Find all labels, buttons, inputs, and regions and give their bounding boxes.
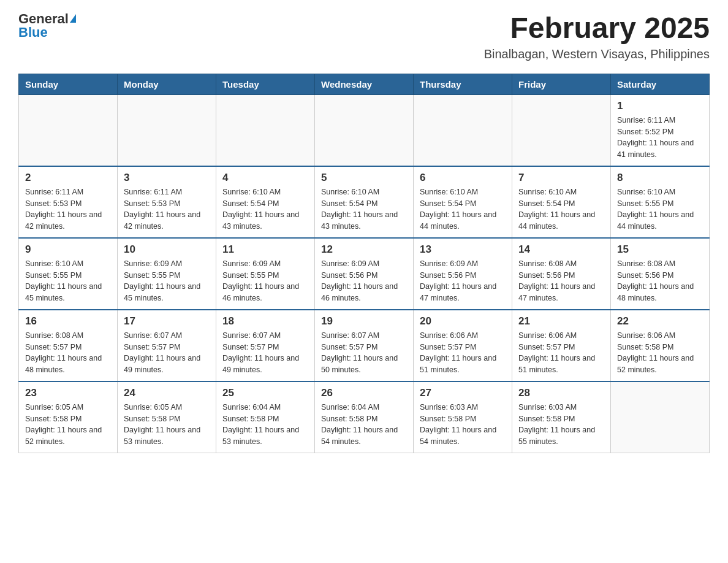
day-info: Sunrise: 6:11 AMSunset: 5:52 PMDaylight:… bbox=[617, 115, 703, 161]
calendar-cell: 13Sunrise: 6:09 AMSunset: 5:56 PMDayligh… bbox=[414, 238, 512, 310]
day-of-week-header: Monday bbox=[118, 74, 216, 94]
calendar-cell: 4Sunrise: 6:10 AMSunset: 5:54 PMDaylight… bbox=[216, 166, 315, 238]
day-info: Sunrise: 6:09 AMSunset: 5:55 PMDaylight:… bbox=[124, 258, 210, 304]
day-of-week-header: Thursday bbox=[414, 74, 512, 94]
day-number: 16 bbox=[25, 315, 111, 327]
page-header: General Blue February 2025 Binalbagan, W… bbox=[18, 12, 710, 61]
calendar-cell: 3Sunrise: 6:11 AMSunset: 5:53 PMDaylight… bbox=[118, 166, 216, 238]
calendar-cell: 23Sunrise: 6:05 AMSunset: 5:58 PMDayligh… bbox=[19, 381, 118, 453]
day-info: Sunrise: 6:10 AMSunset: 5:55 PMDaylight:… bbox=[25, 258, 111, 304]
day-info: Sunrise: 6:07 AMSunset: 5:57 PMDaylight:… bbox=[321, 330, 407, 376]
day-info: Sunrise: 6:03 AMSunset: 5:58 PMDaylight:… bbox=[420, 402, 506, 448]
day-number: 7 bbox=[518, 172, 604, 184]
day-number: 20 bbox=[420, 315, 506, 327]
day-number: 26 bbox=[321, 387, 407, 399]
calendar-cell bbox=[512, 94, 611, 166]
day-of-week-header: Tuesday bbox=[216, 74, 315, 94]
calendar-cell: 24Sunrise: 6:05 AMSunset: 5:58 PMDayligh… bbox=[118, 381, 216, 453]
calendar-cell: 15Sunrise: 6:08 AMSunset: 5:56 PMDayligh… bbox=[611, 238, 710, 310]
calendar-cell: 25Sunrise: 6:04 AMSunset: 5:58 PMDayligh… bbox=[216, 381, 315, 453]
day-info: Sunrise: 6:10 AMSunset: 5:54 PMDaylight:… bbox=[321, 186, 407, 232]
day-info: Sunrise: 6:05 AMSunset: 5:58 PMDaylight:… bbox=[124, 402, 210, 448]
calendar-cell bbox=[611, 381, 710, 453]
calendar-header-row: SundayMondayTuesdayWednesdayThursdayFrid… bbox=[19, 74, 710, 94]
day-info: Sunrise: 6:11 AMSunset: 5:53 PMDaylight:… bbox=[124, 186, 210, 232]
location-subtitle: Binalbagan, Western Visayas, Philippines bbox=[484, 47, 710, 61]
calendar-cell: 6Sunrise: 6:10 AMSunset: 5:54 PMDaylight… bbox=[414, 166, 512, 238]
calendar-cell: 12Sunrise: 6:09 AMSunset: 5:56 PMDayligh… bbox=[315, 238, 414, 310]
calendar-cell: 21Sunrise: 6:06 AMSunset: 5:57 PMDayligh… bbox=[512, 310, 611, 381]
day-number: 28 bbox=[518, 387, 604, 399]
calendar-cell: 28Sunrise: 6:03 AMSunset: 5:58 PMDayligh… bbox=[512, 381, 611, 453]
day-info: Sunrise: 6:04 AMSunset: 5:58 PMDaylight:… bbox=[321, 402, 407, 448]
calendar-cell bbox=[315, 94, 414, 166]
day-number: 14 bbox=[518, 243, 604, 256]
day-number: 27 bbox=[420, 387, 506, 399]
calendar-cell: 26Sunrise: 6:04 AMSunset: 5:58 PMDayligh… bbox=[315, 381, 414, 453]
day-number: 12 bbox=[321, 243, 407, 256]
day-info: Sunrise: 6:06 AMSunset: 5:57 PMDaylight:… bbox=[420, 330, 506, 376]
calendar-cell: 14Sunrise: 6:08 AMSunset: 5:56 PMDayligh… bbox=[512, 238, 611, 310]
calendar-cell bbox=[19, 94, 118, 166]
day-of-week-header: Wednesday bbox=[315, 74, 414, 94]
calendar-week-row: 16Sunrise: 6:08 AMSunset: 5:57 PMDayligh… bbox=[19, 310, 710, 381]
day-of-week-header: Friday bbox=[512, 74, 611, 94]
day-info: Sunrise: 6:07 AMSunset: 5:57 PMDaylight:… bbox=[222, 330, 308, 376]
calendar-cell: 10Sunrise: 6:09 AMSunset: 5:55 PMDayligh… bbox=[118, 238, 216, 310]
month-year-title: February 2025 bbox=[484, 12, 710, 45]
calendar-cell: 1Sunrise: 6:11 AMSunset: 5:52 PMDaylight… bbox=[611, 94, 710, 166]
day-number: 11 bbox=[222, 243, 308, 256]
calendar-cell: 16Sunrise: 6:08 AMSunset: 5:57 PMDayligh… bbox=[19, 310, 118, 381]
calendar-cell: 7Sunrise: 6:10 AMSunset: 5:54 PMDaylight… bbox=[512, 166, 611, 238]
day-info: Sunrise: 6:07 AMSunset: 5:57 PMDaylight:… bbox=[124, 330, 210, 376]
day-number: 15 bbox=[617, 243, 703, 256]
day-number: 19 bbox=[321, 315, 407, 327]
day-number: 22 bbox=[617, 315, 703, 327]
logo-blue-text: Blue bbox=[18, 26, 48, 39]
day-number: 13 bbox=[420, 243, 506, 256]
calendar-cell: 11Sunrise: 6:09 AMSunset: 5:55 PMDayligh… bbox=[216, 238, 315, 310]
calendar-cell bbox=[414, 94, 512, 166]
calendar-cell bbox=[118, 94, 216, 166]
day-info: Sunrise: 6:04 AMSunset: 5:58 PMDaylight:… bbox=[222, 402, 308, 448]
calendar-cell: 19Sunrise: 6:07 AMSunset: 5:57 PMDayligh… bbox=[315, 310, 414, 381]
logo: General Blue bbox=[18, 12, 76, 39]
calendar-week-row: 1Sunrise: 6:11 AMSunset: 5:52 PMDaylight… bbox=[19, 94, 710, 166]
day-number: 8 bbox=[617, 172, 703, 184]
day-number: 2 bbox=[25, 172, 111, 184]
calendar-cell: 17Sunrise: 6:07 AMSunset: 5:57 PMDayligh… bbox=[118, 310, 216, 381]
calendar-week-row: 2Sunrise: 6:11 AMSunset: 5:53 PMDaylight… bbox=[19, 166, 710, 238]
day-info: Sunrise: 6:08 AMSunset: 5:56 PMDaylight:… bbox=[617, 258, 703, 304]
calendar-cell: 9Sunrise: 6:10 AMSunset: 5:55 PMDaylight… bbox=[19, 238, 118, 310]
calendar-cell: 2Sunrise: 6:11 AMSunset: 5:53 PMDaylight… bbox=[19, 166, 118, 238]
logo-triangle-icon bbox=[70, 14, 76, 23]
day-number: 24 bbox=[124, 387, 210, 399]
day-number: 4 bbox=[222, 172, 308, 184]
day-info: Sunrise: 6:06 AMSunset: 5:58 PMDaylight:… bbox=[617, 330, 703, 376]
day-number: 9 bbox=[25, 243, 111, 256]
day-info: Sunrise: 6:10 AMSunset: 5:54 PMDaylight:… bbox=[420, 186, 506, 232]
day-of-week-header: Sunday bbox=[19, 74, 118, 94]
title-block: February 2025 Binalbagan, Western Visaya… bbox=[484, 12, 710, 61]
day-number: 1 bbox=[617, 100, 703, 112]
day-info: Sunrise: 6:09 AMSunset: 5:56 PMDaylight:… bbox=[321, 258, 407, 304]
day-number: 17 bbox=[124, 315, 210, 327]
day-number: 10 bbox=[124, 243, 210, 256]
calendar-cell: 22Sunrise: 6:06 AMSunset: 5:58 PMDayligh… bbox=[611, 310, 710, 381]
day-info: Sunrise: 6:11 AMSunset: 5:53 PMDaylight:… bbox=[25, 186, 111, 232]
calendar-cell: 20Sunrise: 6:06 AMSunset: 5:57 PMDayligh… bbox=[414, 310, 512, 381]
calendar-week-row: 9Sunrise: 6:10 AMSunset: 5:55 PMDaylight… bbox=[19, 238, 710, 310]
day-info: Sunrise: 6:06 AMSunset: 5:57 PMDaylight:… bbox=[518, 330, 604, 376]
day-info: Sunrise: 6:03 AMSunset: 5:58 PMDaylight:… bbox=[518, 402, 604, 448]
day-number: 6 bbox=[420, 172, 506, 184]
day-info: Sunrise: 6:10 AMSunset: 5:54 PMDaylight:… bbox=[222, 186, 308, 232]
day-of-week-header: Saturday bbox=[611, 74, 710, 94]
day-info: Sunrise: 6:09 AMSunset: 5:56 PMDaylight:… bbox=[420, 258, 506, 304]
day-number: 23 bbox=[25, 387, 111, 399]
calendar-table: SundayMondayTuesdayWednesdayThursdayFrid… bbox=[18, 74, 710, 453]
day-info: Sunrise: 6:09 AMSunset: 5:55 PMDaylight:… bbox=[222, 258, 308, 304]
calendar-cell: 27Sunrise: 6:03 AMSunset: 5:58 PMDayligh… bbox=[414, 381, 512, 453]
day-number: 25 bbox=[222, 387, 308, 399]
day-number: 18 bbox=[222, 315, 308, 327]
day-info: Sunrise: 6:05 AMSunset: 5:58 PMDaylight:… bbox=[25, 402, 111, 448]
